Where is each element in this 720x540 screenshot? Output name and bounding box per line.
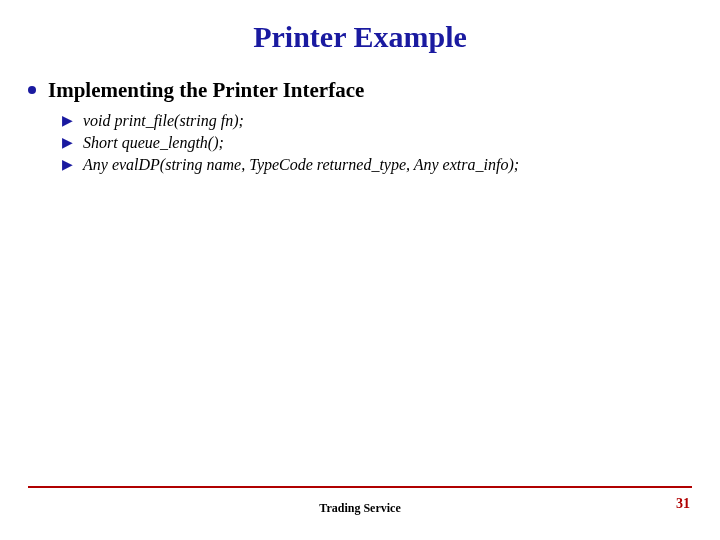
arrow-icon: ▶ bbox=[62, 111, 73, 131]
section-heading: Implementing the Printer Interface bbox=[48, 78, 364, 103]
slide-title: Printer Example bbox=[0, 20, 720, 54]
footer-label: Trading Service bbox=[0, 501, 720, 516]
arrow-icon: ▶ bbox=[62, 133, 73, 153]
arrow-icon: ▶ bbox=[62, 155, 73, 175]
list-item: ▶ Short queue_length(); bbox=[62, 133, 692, 153]
bullet-row: Implementing the Printer Interface bbox=[28, 78, 692, 103]
sub-list: ▶ void print_file(string fn); ▶ Short qu… bbox=[62, 111, 692, 175]
list-item: ▶ void print_file(string fn); bbox=[62, 111, 692, 131]
content-area: Implementing the Printer Interface ▶ voi… bbox=[28, 78, 692, 177]
bullet-dot-icon bbox=[28, 86, 36, 94]
slide: Printer Example Implementing the Printer… bbox=[0, 0, 720, 540]
list-item-text: void print_file(string fn); bbox=[83, 111, 244, 131]
page-number: 31 bbox=[676, 496, 690, 512]
list-item-text: Any evalDP(string name, TypeCode returne… bbox=[83, 155, 519, 175]
list-item-text: Short queue_length(); bbox=[83, 133, 224, 153]
footer-divider bbox=[28, 486, 692, 488]
list-item: ▶ Any evalDP(string name, TypeCode retur… bbox=[62, 155, 692, 175]
